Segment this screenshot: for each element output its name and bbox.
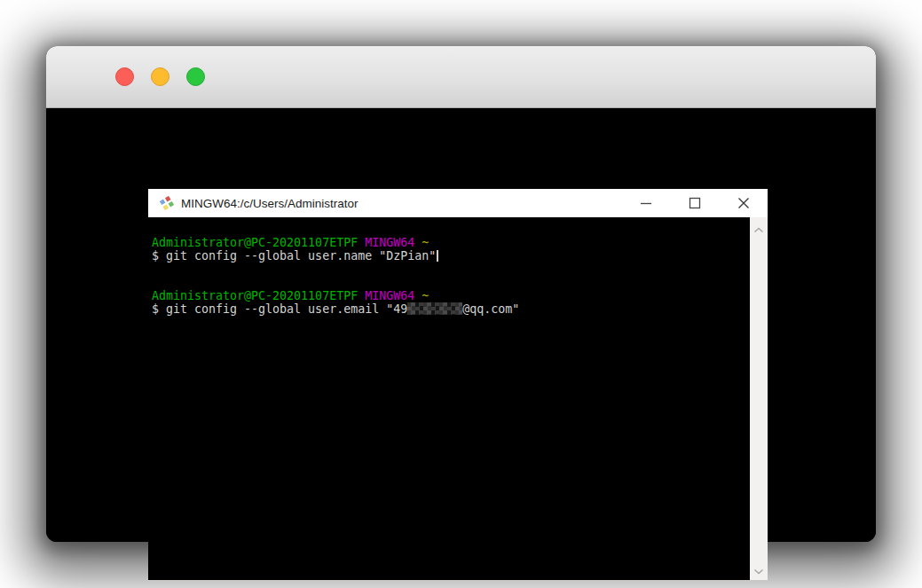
close-icon	[737, 197, 750, 209]
terminal-text: ~	[422, 236, 429, 249]
terminal-text: MINGW64	[365, 289, 414, 302]
terminal-line: $ git config --global user.name "DzPian"	[152, 249, 519, 263]
terminal-text: Administrator@PC-20201107ETPF	[152, 289, 358, 302]
terminal-output: Administrator@PC-20201107ETPF MINGW64 ~$…	[152, 236, 519, 316]
censored-email-block	[407, 302, 462, 315]
terminal-text	[358, 236, 365, 249]
terminal-text: $ git config --global user.email "49	[152, 302, 407, 316]
scroll-down-button[interactable]	[750, 568, 768, 575]
git-for-windows-icon	[160, 196, 174, 210]
terminal-text: MINGW64	[365, 236, 414, 249]
macos-window: MINGW64:/c/Users/Administrator	[46, 46, 876, 542]
terminal-text: @qq.com"	[462, 302, 519, 316]
traffic-light-minimize[interactable]	[151, 67, 169, 86]
terminal-line: Administrator@PC-20201107ETPF MINGW64 ~	[152, 236, 519, 249]
chevron-up-icon	[753, 227, 764, 233]
text-cursor	[437, 250, 438, 262]
terminal-content[interactable]: Administrator@PC-20201107ETPF MINGW64 ~$…	[148, 217, 768, 580]
terminal-titlebar[interactable]: MINGW64:/c/Users/Administrator	[148, 189, 768, 217]
macos-window-content: MINGW64:/c/Users/Administrator	[46, 108, 876, 542]
macos-titlebar[interactable]	[46, 46, 876, 108]
traffic-lights	[115, 46, 205, 107]
close-button[interactable]	[719, 189, 768, 217]
traffic-light-close[interactable]	[115, 67, 134, 86]
mintty-terminal-window: MINGW64:/c/Users/Administrator	[148, 189, 768, 582]
terminal-scrollbar[interactable]	[750, 217, 768, 580]
terminal-bottom-border	[148, 580, 768, 582]
screenshot-canvas: MINGW64:/c/Users/Administrator	[0, 0, 922, 588]
terminal-line	[152, 276, 519, 289]
maximize-button[interactable]	[670, 189, 719, 217]
terminal-text	[358, 289, 365, 302]
traffic-light-zoom[interactable]	[186, 67, 205, 86]
minimize-button[interactable]	[621, 189, 670, 217]
chevron-down-icon	[753, 568, 764, 575]
terminal-text: Administrator@PC-20201107ETPF	[152, 236, 358, 249]
terminal-line: $ git config --global user.email "49@qq.…	[152, 302, 519, 316]
terminal-window-controls	[621, 189, 768, 217]
terminal-text: $ git config --global user.name "DzPian"	[152, 249, 436, 263]
scroll-up-button[interactable]	[750, 227, 768, 233]
minimize-icon	[640, 197, 652, 209]
terminal-line	[152, 263, 519, 276]
maximize-icon	[689, 197, 701, 209]
terminal-text: ~	[422, 289, 429, 302]
terminal-line: Administrator@PC-20201107ETPF MINGW64 ~	[152, 289, 519, 302]
terminal-title: MINGW64:/c/Users/Administrator	[181, 197, 359, 210]
